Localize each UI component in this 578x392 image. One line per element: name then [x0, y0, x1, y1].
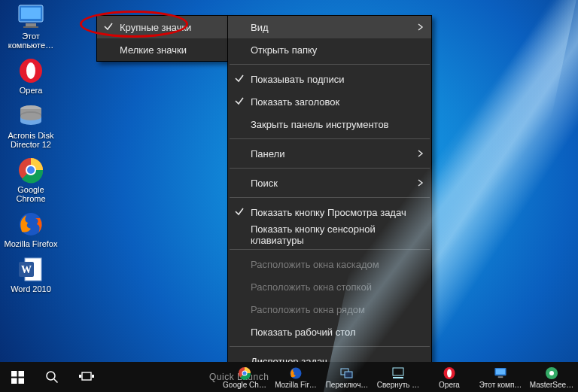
label: Google Chrome — [4, 185, 58, 203]
acronis-icon — [16, 101, 46, 131]
taskbar-tray: Google Ch…Mozilla Fir…Переключ…Свернуть … — [221, 362, 575, 392]
svg-point-30 — [243, 371, 247, 375]
switch-icon — [339, 366, 354, 381]
svg-point-42 — [549, 371, 554, 375]
tray-icon[interactable]: Mozilla Fir… — [272, 366, 319, 389]
menu-item[interactable]: Показать рабочий стол — [228, 321, 431, 343]
label: Opera — [20, 86, 43, 95]
menu-separator — [230, 64, 430, 65]
task-view-icon — [79, 371, 94, 383]
label: Крупные значки — [120, 22, 191, 33]
svg-rect-21 — [11, 378, 17, 384]
svg-rect-40 — [498, 376, 503, 378]
submenu-item-small-icons[interactable]: Мелкие значки — [97, 38, 227, 61]
menu-separator — [230, 138, 430, 139]
svg-rect-34 — [393, 368, 403, 375]
submenu-item-large-icons[interactable]: Крупные значки — [97, 16, 227, 38]
svg-rect-39 — [496, 369, 505, 374]
menu-item-label: Расположить окна каскадом — [251, 259, 379, 270]
menu-separator — [230, 249, 430, 250]
firefox-icon — [16, 209, 46, 239]
tray-icon[interactable]: Переключ… — [324, 366, 370, 389]
svg-rect-3 — [23, 26, 38, 28]
menu-item-label: Поиск — [251, 178, 278, 189]
svg-rect-26 — [79, 375, 81, 378]
menu-item[interactable]: Показать кнопку Просмотра задач — [228, 201, 431, 223]
tray-icon-label: Свернуть … — [377, 381, 420, 389]
svg-text:W: W — [21, 264, 32, 275]
svg-point-23 — [47, 372, 55, 380]
svg-point-14 — [27, 166, 35, 174]
search-button[interactable] — [35, 362, 69, 392]
menu-separator — [230, 197, 430, 198]
tray-icon[interactable]: Свернуть … — [375, 366, 421, 389]
menu-item[interactable]: Закрыть панель инструментов — [228, 113, 431, 135]
tray-icon-label: Этот комп… — [479, 381, 522, 389]
opera-icon — [16, 56, 46, 86]
svg-rect-22 — [18, 378, 24, 384]
desktop-icon-chrome[interactable]: Google Chrome — [3, 153, 59, 205]
start-button[interactable] — [0, 362, 35, 392]
chevron-right-icon — [418, 150, 424, 157]
menu-item[interactable]: Поиск — [228, 172, 431, 194]
submenu-view: Крупные значки Мелкие значки — [96, 15, 228, 62]
search-icon — [45, 370, 59, 384]
svg-rect-1 — [21, 8, 41, 19]
svg-rect-33 — [345, 372, 352, 378]
firefox-icon — [288, 366, 303, 381]
menu-item[interactable]: Открыть папку — [228, 38, 431, 61]
tray-icon-label: Opera — [439, 381, 460, 389]
tray-icon-label: MasterSee… — [530, 381, 573, 389]
pc-icon — [16, 2, 46, 32]
menu-item-label: Показать заголовок — [251, 96, 339, 108]
tray-icon-label: Переключ… — [326, 381, 369, 389]
menu-item[interactable]: Вид — [228, 16, 431, 38]
chrome-icon — [16, 155, 46, 185]
tray-icon-label: Mozilla Fir… — [275, 381, 317, 389]
svg-line-24 — [54, 379, 58, 383]
menu-item: Расположить окна рядом — [228, 298, 431, 321]
menu-item-label: Вид — [251, 22, 269, 33]
menu-item-label: Открыть папку — [251, 44, 317, 56]
windows-logo-icon — [11, 371, 24, 384]
desktop-icon-firefox[interactable]: Mozilla Firefox — [3, 208, 59, 250]
desktop-icon-word[interactable]: W Word 2010 — [3, 253, 59, 295]
check-icon — [103, 21, 114, 32]
chrome-icon — [237, 366, 252, 381]
menu-item[interactable]: Показывать подписи — [228, 68, 431, 90]
tray-icon[interactable]: MasterSee… — [528, 366, 575, 389]
chevron-right-icon — [418, 179, 424, 187]
tray-icon[interactable]: Google Ch… — [221, 366, 268, 389]
svg-point-5 — [26, 62, 35, 79]
context-menu-taskbar: ВидОткрыть папкуПоказывать подписиПоказа… — [227, 15, 432, 392]
desktop-icon-acronis[interactable]: Acronis Disk Director 12 — [3, 99, 59, 150]
desktop-icon-this-pc[interactable]: Этот компьюте… — [3, 0, 59, 51]
check-icon — [234, 73, 245, 84]
tray-icon[interactable]: Этот комп… — [477, 366, 524, 389]
menu-item[interactable]: Показать кнопку сенсорной клавиатуры — [228, 223, 431, 246]
menu-item-label: Показать кнопку сенсорной клавиатуры — [251, 223, 422, 246]
desktop-icons: Этот компьюте… Opera Acronis Disk Direct… — [3, 0, 59, 295]
label: Mozilla Firefox — [5, 239, 58, 248]
label: Acronis Disk Director 12 — [4, 131, 58, 149]
svg-rect-35 — [393, 377, 403, 378]
menu-item-label: Расположить окна рядом — [251, 304, 365, 315]
svg-point-11 — [20, 113, 41, 120]
menu-item[interactable]: Панели — [228, 142, 431, 165]
menu-item: Расположить окна каскадом — [228, 253, 431, 275]
label: Мелкие значки — [120, 44, 187, 56]
svg-rect-19 — [11, 371, 17, 377]
svg-point-37 — [447, 369, 452, 377]
check-icon — [234, 96, 245, 106]
svg-rect-2 — [26, 23, 36, 26]
svg-rect-27 — [92, 375, 94, 378]
label: Word 2010 — [11, 284, 51, 293]
tray-icon[interactable]: Opera — [426, 366, 473, 389]
desktop-icon-opera[interactable]: Opera — [3, 54, 59, 96]
menu-item[interactable]: Показать заголовок — [228, 90, 431, 113]
menu-item-label: Закрыть панель инструментов — [251, 119, 389, 130]
task-view-button[interactable] — [69, 362, 104, 392]
master-icon — [544, 366, 559, 381]
menu-separator — [230, 168, 430, 169]
check-icon — [234, 206, 245, 217]
